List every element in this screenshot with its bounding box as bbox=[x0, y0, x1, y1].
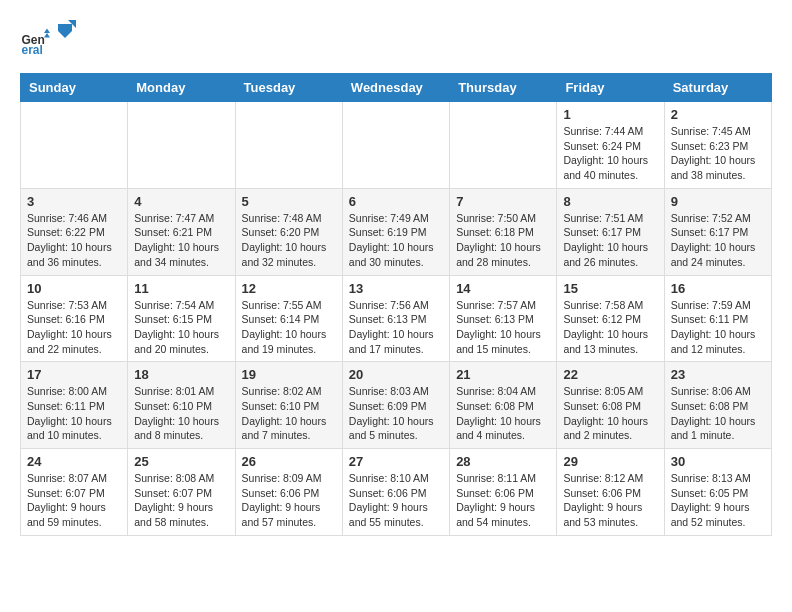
calendar-week-row: 24Sunrise: 8:07 AM Sunset: 6:07 PM Dayli… bbox=[21, 449, 772, 536]
calendar-week-row: 10Sunrise: 7:53 AM Sunset: 6:16 PM Dayli… bbox=[21, 275, 772, 362]
day-info: Sunrise: 8:09 AM Sunset: 6:06 PM Dayligh… bbox=[242, 471, 336, 530]
calendar-cell: 17Sunrise: 8:00 AM Sunset: 6:11 PM Dayli… bbox=[21, 362, 128, 449]
calendar-cell: 29Sunrise: 8:12 AM Sunset: 6:06 PM Dayli… bbox=[557, 449, 664, 536]
day-number: 26 bbox=[242, 454, 336, 469]
svg-marker-4 bbox=[58, 24, 72, 38]
day-number: 13 bbox=[349, 281, 443, 296]
calendar-cell bbox=[128, 102, 235, 189]
header: Gen eral bbox=[20, 20, 772, 63]
day-number: 30 bbox=[671, 454, 765, 469]
day-info: Sunrise: 8:12 AM Sunset: 6:06 PM Dayligh… bbox=[563, 471, 657, 530]
calendar-cell: 9Sunrise: 7:52 AM Sunset: 6:17 PM Daylig… bbox=[664, 188, 771, 275]
calendar-cell: 21Sunrise: 8:04 AM Sunset: 6:08 PM Dayli… bbox=[450, 362, 557, 449]
calendar-week-row: 3Sunrise: 7:46 AM Sunset: 6:22 PM Daylig… bbox=[21, 188, 772, 275]
day-number: 22 bbox=[563, 367, 657, 382]
column-header-saturday: Saturday bbox=[664, 74, 771, 102]
calendar-cell: 7Sunrise: 7:50 AM Sunset: 6:18 PM Daylig… bbox=[450, 188, 557, 275]
day-number: 5 bbox=[242, 194, 336, 209]
day-number: 9 bbox=[671, 194, 765, 209]
logo-arrow-icon bbox=[54, 20, 76, 42]
day-info: Sunrise: 7:53 AM Sunset: 6:16 PM Dayligh… bbox=[27, 298, 121, 357]
calendar-cell: 1Sunrise: 7:44 AM Sunset: 6:24 PM Daylig… bbox=[557, 102, 664, 189]
svg-text:eral: eral bbox=[22, 43, 43, 57]
calendar-week-row: 17Sunrise: 8:00 AM Sunset: 6:11 PM Dayli… bbox=[21, 362, 772, 449]
column-header-monday: Monday bbox=[128, 74, 235, 102]
calendar-cell bbox=[342, 102, 449, 189]
calendar-body: 1Sunrise: 7:44 AM Sunset: 6:24 PM Daylig… bbox=[21, 102, 772, 536]
calendar-cell bbox=[21, 102, 128, 189]
day-info: Sunrise: 8:07 AM Sunset: 6:07 PM Dayligh… bbox=[27, 471, 121, 530]
calendar-cell: 6Sunrise: 7:49 AM Sunset: 6:19 PM Daylig… bbox=[342, 188, 449, 275]
day-info: Sunrise: 8:00 AM Sunset: 6:11 PM Dayligh… bbox=[27, 384, 121, 443]
day-number: 16 bbox=[671, 281, 765, 296]
day-number: 19 bbox=[242, 367, 336, 382]
day-info: Sunrise: 7:56 AM Sunset: 6:13 PM Dayligh… bbox=[349, 298, 443, 357]
day-number: 28 bbox=[456, 454, 550, 469]
day-number: 14 bbox=[456, 281, 550, 296]
calendar-cell: 19Sunrise: 8:02 AM Sunset: 6:10 PM Dayli… bbox=[235, 362, 342, 449]
day-number: 23 bbox=[671, 367, 765, 382]
column-header-tuesday: Tuesday bbox=[235, 74, 342, 102]
calendar-cell: 11Sunrise: 7:54 AM Sunset: 6:15 PM Dayli… bbox=[128, 275, 235, 362]
day-info: Sunrise: 8:01 AM Sunset: 6:10 PM Dayligh… bbox=[134, 384, 228, 443]
day-number: 8 bbox=[563, 194, 657, 209]
calendar-cell: 20Sunrise: 8:03 AM Sunset: 6:09 PM Dayli… bbox=[342, 362, 449, 449]
day-info: Sunrise: 7:51 AM Sunset: 6:17 PM Dayligh… bbox=[563, 211, 657, 270]
day-number: 18 bbox=[134, 367, 228, 382]
day-info: Sunrise: 7:49 AM Sunset: 6:19 PM Dayligh… bbox=[349, 211, 443, 270]
day-info: Sunrise: 7:55 AM Sunset: 6:14 PM Dayligh… bbox=[242, 298, 336, 357]
calendar-cell: 23Sunrise: 8:06 AM Sunset: 6:08 PM Dayli… bbox=[664, 362, 771, 449]
calendar-cell: 30Sunrise: 8:13 AM Sunset: 6:05 PM Dayli… bbox=[664, 449, 771, 536]
calendar-week-row: 1Sunrise: 7:44 AM Sunset: 6:24 PM Daylig… bbox=[21, 102, 772, 189]
day-number: 10 bbox=[27, 281, 121, 296]
day-number: 27 bbox=[349, 454, 443, 469]
day-info: Sunrise: 8:11 AM Sunset: 6:06 PM Dayligh… bbox=[456, 471, 550, 530]
calendar-cell bbox=[450, 102, 557, 189]
calendar-cell: 15Sunrise: 7:58 AM Sunset: 6:12 PM Dayli… bbox=[557, 275, 664, 362]
day-number: 4 bbox=[134, 194, 228, 209]
calendar-cell bbox=[235, 102, 342, 189]
day-info: Sunrise: 8:04 AM Sunset: 6:08 PM Dayligh… bbox=[456, 384, 550, 443]
day-number: 20 bbox=[349, 367, 443, 382]
day-info: Sunrise: 7:50 AM Sunset: 6:18 PM Dayligh… bbox=[456, 211, 550, 270]
day-info: Sunrise: 7:57 AM Sunset: 6:13 PM Dayligh… bbox=[456, 298, 550, 357]
day-info: Sunrise: 8:13 AM Sunset: 6:05 PM Dayligh… bbox=[671, 471, 765, 530]
day-number: 24 bbox=[27, 454, 121, 469]
day-info: Sunrise: 7:46 AM Sunset: 6:22 PM Dayligh… bbox=[27, 211, 121, 270]
calendar-cell: 28Sunrise: 8:11 AM Sunset: 6:06 PM Dayli… bbox=[450, 449, 557, 536]
day-number: 25 bbox=[134, 454, 228, 469]
day-info: Sunrise: 8:06 AM Sunset: 6:08 PM Dayligh… bbox=[671, 384, 765, 443]
calendar-cell: 18Sunrise: 8:01 AM Sunset: 6:10 PM Dayli… bbox=[128, 362, 235, 449]
calendar-cell: 22Sunrise: 8:05 AM Sunset: 6:08 PM Dayli… bbox=[557, 362, 664, 449]
day-info: Sunrise: 8:02 AM Sunset: 6:10 PM Dayligh… bbox=[242, 384, 336, 443]
calendar-cell: 14Sunrise: 7:57 AM Sunset: 6:13 PM Dayli… bbox=[450, 275, 557, 362]
calendar-cell: 26Sunrise: 8:09 AM Sunset: 6:06 PM Dayli… bbox=[235, 449, 342, 536]
day-number: 11 bbox=[134, 281, 228, 296]
day-number: 7 bbox=[456, 194, 550, 209]
column-header-wednesday: Wednesday bbox=[342, 74, 449, 102]
day-number: 2 bbox=[671, 107, 765, 122]
calendar-cell: 13Sunrise: 7:56 AM Sunset: 6:13 PM Dayli… bbox=[342, 275, 449, 362]
day-info: Sunrise: 8:05 AM Sunset: 6:08 PM Dayligh… bbox=[563, 384, 657, 443]
calendar-cell: 25Sunrise: 8:08 AM Sunset: 6:07 PM Dayli… bbox=[128, 449, 235, 536]
calendar-cell: 8Sunrise: 7:51 AM Sunset: 6:17 PM Daylig… bbox=[557, 188, 664, 275]
logo: Gen eral bbox=[20, 20, 76, 63]
day-info: Sunrise: 7:48 AM Sunset: 6:20 PM Dayligh… bbox=[242, 211, 336, 270]
svg-marker-3 bbox=[44, 33, 50, 38]
day-number: 17 bbox=[27, 367, 121, 382]
calendar-cell: 10Sunrise: 7:53 AM Sunset: 6:16 PM Dayli… bbox=[21, 275, 128, 362]
day-info: Sunrise: 8:10 AM Sunset: 6:06 PM Dayligh… bbox=[349, 471, 443, 530]
day-info: Sunrise: 7:54 AM Sunset: 6:15 PM Dayligh… bbox=[134, 298, 228, 357]
day-info: Sunrise: 8:08 AM Sunset: 6:07 PM Dayligh… bbox=[134, 471, 228, 530]
day-number: 3 bbox=[27, 194, 121, 209]
calendar-cell: 3Sunrise: 7:46 AM Sunset: 6:22 PM Daylig… bbox=[21, 188, 128, 275]
day-info: Sunrise: 7:52 AM Sunset: 6:17 PM Dayligh… bbox=[671, 211, 765, 270]
day-number: 6 bbox=[349, 194, 443, 209]
day-info: Sunrise: 7:58 AM Sunset: 6:12 PM Dayligh… bbox=[563, 298, 657, 357]
calendar-cell: 12Sunrise: 7:55 AM Sunset: 6:14 PM Dayli… bbox=[235, 275, 342, 362]
day-info: Sunrise: 7:47 AM Sunset: 6:21 PM Dayligh… bbox=[134, 211, 228, 270]
column-header-sunday: Sunday bbox=[21, 74, 128, 102]
day-number: 15 bbox=[563, 281, 657, 296]
day-number: 21 bbox=[456, 367, 550, 382]
day-info: Sunrise: 7:59 AM Sunset: 6:11 PM Dayligh… bbox=[671, 298, 765, 357]
